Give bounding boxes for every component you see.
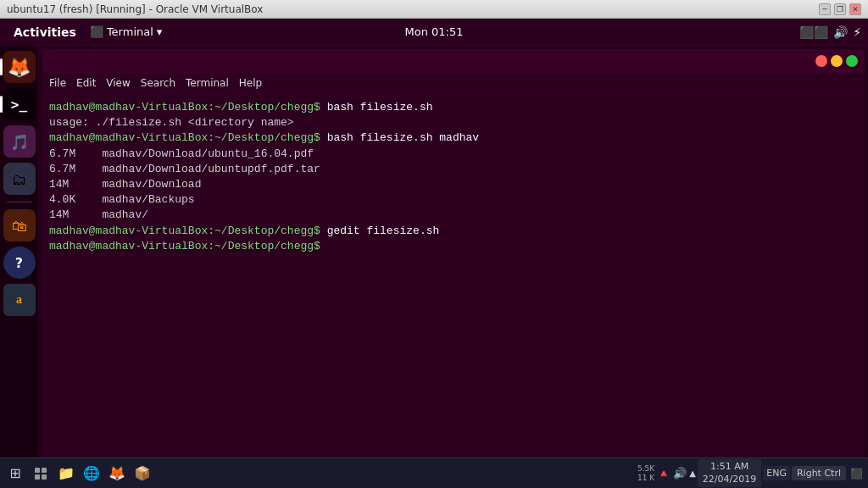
show-desktop-btn[interactable]: ⬛ <box>848 462 865 485</box>
dock-firefox[interactable]: 🦊 <box>3 51 36 83</box>
win-minimize[interactable]: ─ <box>819 3 831 15</box>
taskbar-left: ⊞ 📁 🌐 🦊 📦 <box>3 462 154 485</box>
taskbar-browser[interactable]: 🌐 <box>80 462 103 485</box>
taskbar-task-view[interactable] <box>29 462 53 485</box>
terminal-min-btn[interactable] <box>831 55 843 67</box>
dock-rhythmbox[interactable]: 🎵 <box>3 125 36 158</box>
clock-date: 22/04/2019 <box>703 474 756 485</box>
gnome-clock[interactable]: Mon 01:51 <box>404 25 463 38</box>
taskbar-ubuntu-sw[interactable]: 📦 <box>131 462 154 485</box>
network-icon[interactable]: ⬛⬛ <box>799 25 828 39</box>
terminal-close-btn[interactable] <box>815 55 827 67</box>
right-ctrl-indicator[interactable]: Right Ctrl <box>792 466 846 480</box>
terminal-content[interactable]: madhav@madhav-VirtualBox:~/Desktop/chegg… <box>42 93 865 485</box>
taskbar: ⊞ 📁 🌐 🦊 📦 5.5K11 K 🔺 🔊 ▲ <box>0 458 868 488</box>
dock-amazon[interactable]: a <box>3 284 36 316</box>
terminal-titlebar <box>42 49 865 73</box>
volume-icon[interactable]: 🔊 <box>833 25 848 39</box>
tray-speaker-icon[interactable]: 🔊 <box>673 467 687 480</box>
terminal-icon: ⬛ <box>90 25 103 38</box>
clock-time: 1:51 AM <box>703 461 756 473</box>
terminal-menu-label[interactable]: Terminal <box>107 25 153 38</box>
terminal-line-8: 14M madhav/ <box>49 208 858 223</box>
terminal-menubar: File Edit View Search Terminal Help <box>42 73 865 93</box>
power-icon[interactable]: ⚡ <box>853 25 861 39</box>
menu-file[interactable]: File <box>49 77 66 89</box>
svg-rect-1 <box>42 468 47 473</box>
svg-rect-0 <box>35 468 40 473</box>
sys-tray-icons: 5.5K11 K 🔺 🔊 ▲ <box>637 464 696 483</box>
taskbar-files[interactable]: 📁 <box>54 462 78 485</box>
activities-button[interactable]: Activities <box>7 24 83 41</box>
dock-files[interactable]: 🗂 <box>3 163 36 195</box>
menu-terminal[interactable]: Terminal <box>186 77 229 89</box>
menu-help[interactable]: Help <box>239 77 262 89</box>
desktop-area: 🦊 >_ 🎵 🗂 🛍 ? a <box>0 46 868 488</box>
terminal-line-1: madhav@madhav-VirtualBox:~/Desktop/chegg… <box>49 100 858 115</box>
tray-battery-icon: 5.5K11 K <box>637 464 654 483</box>
terminal-line-6: 14M madhav/Download <box>49 177 858 192</box>
taskbar-clock[interactable]: 1:51 AM 22/04/2019 <box>698 459 761 487</box>
gnome-topbar: Activities ⬛ Terminal ▾ Mon 01:51 ⬛⬛ 🔊 ⚡ <box>0 19 868 46</box>
terminal-window-controls <box>815 55 858 67</box>
taskbar-right: 5.5K11 K 🔺 🔊 ▲ 1:51 AM 22/04/2019 ENG Ri… <box>637 459 865 487</box>
terminal-line-9: madhav@madhav-VirtualBox:~/Desktop/chegg… <box>49 224 858 239</box>
dock: 🦊 >_ 🎵 🗂 🛍 ? a <box>0 46 39 488</box>
menu-view[interactable]: View <box>106 77 130 89</box>
ubuntu-desktop: Activities ⬛ Terminal ▾ Mon 01:51 ⬛⬛ 🔊 ⚡… <box>0 19 868 488</box>
dock-software[interactable]: 🛍 <box>3 209 36 241</box>
menu-search[interactable]: Search <box>141 77 175 89</box>
win-close[interactable]: ✕ <box>849 3 861 15</box>
system-tray: ⬛⬛ 🔊 ⚡ <box>799 25 861 39</box>
tray-arrow-icon[interactable]: ▲ <box>689 469 696 478</box>
terminal-line-3: madhav@madhav-VirtualBox:~/Desktop/chegg… <box>49 130 858 146</box>
window-controls: ─ ❐ ✕ <box>819 3 861 15</box>
dock-terminal[interactable]: >_ <box>3 88 36 120</box>
dock-separator <box>7 202 32 202</box>
menu-edit[interactable]: Edit <box>76 77 96 89</box>
vbox-title: ubuntu17 (fresh) [Running] - Oracle VM V… <box>7 3 263 15</box>
terminal-line-4: 6.7M madhav/Download/ubuntu_16.04.pdf <box>49 147 858 162</box>
terminal-window: File Edit View Search Terminal Help madh… <box>42 49 865 485</box>
terminal-line-10: madhav@madhav-VirtualBox:~/Desktop/chegg… <box>49 239 858 254</box>
lang-indicator[interactable]: ENG <box>763 466 790 480</box>
tray-network2-icon[interactable]: 🔺 <box>657 467 670 480</box>
terminal-line-5: 6.7M madhav/Download/ubuntupdf.pdf.tar <box>49 162 858 177</box>
svg-rect-2 <box>35 474 40 480</box>
vbox-titlebar: ubuntu17 (fresh) [Running] - Oracle VM V… <box>0 0 868 19</box>
taskbar-start[interactable]: ⊞ <box>3 462 27 485</box>
terminal-line-2: usage: ./filesize.sh <directory name> <box>49 115 858 130</box>
svg-rect-3 <box>42 474 47 480</box>
terminal-line-7: 4.0K madhav/Backups <box>49 192 858 208</box>
terminal-menu-arrow: ▾ <box>157 25 163 38</box>
taskbar-firefox[interactable]: 🦊 <box>105 462 129 485</box>
terminal-max-btn[interactable] <box>846 55 858 67</box>
dock-help[interactable]: ? <box>3 247 36 279</box>
terminal-app-menu: ⬛ Terminal ▾ <box>83 25 169 38</box>
win-restore[interactable]: ❐ <box>834 3 846 15</box>
